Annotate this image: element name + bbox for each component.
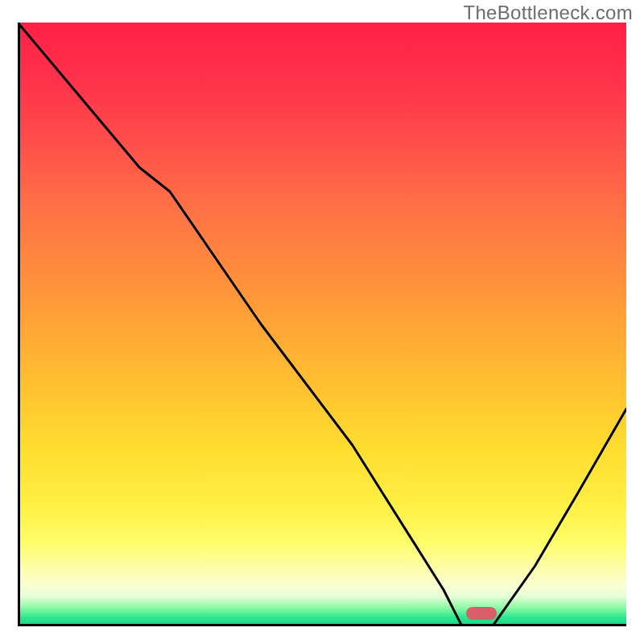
optimal-marker (466, 607, 497, 620)
plot-gradient-background (18, 23, 626, 626)
y-axis-line (18, 23, 20, 626)
watermark-text: TheBottleneck.com (463, 2, 633, 24)
x-axis-line (18, 624, 626, 626)
chart-container: TheBottleneck.com (0, 0, 644, 644)
